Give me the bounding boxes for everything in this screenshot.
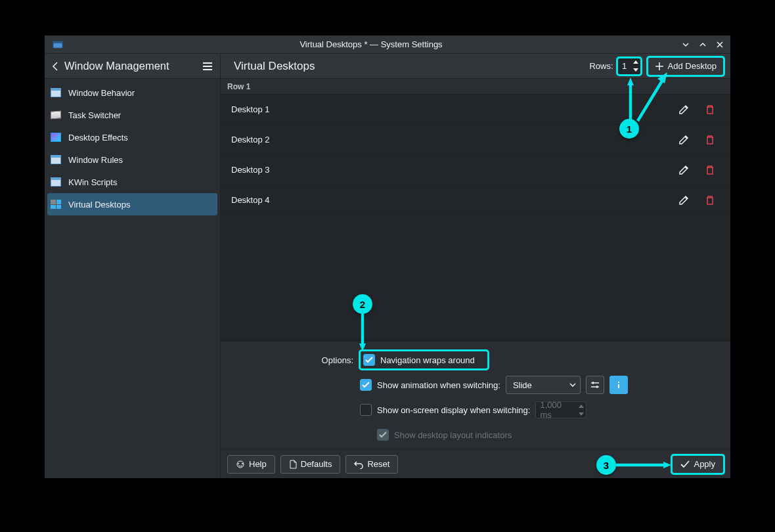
document-icon bbox=[289, 460, 297, 469]
show-osd-label: Show on-screen display when switching: bbox=[377, 405, 530, 415]
rename-button[interactable] bbox=[674, 160, 694, 180]
virtual-desktops-icon bbox=[50, 199, 62, 210]
close-button[interactable] bbox=[713, 38, 726, 51]
chevron-down-icon bbox=[569, 383, 576, 387]
rows-spinbox[interactable]: 1 bbox=[617, 58, 641, 75]
pencil-icon bbox=[678, 195, 689, 206]
rows-value: 1 bbox=[618, 61, 631, 71]
pencil-icon bbox=[678, 135, 689, 145]
help-icon bbox=[236, 460, 245, 469]
trash-icon bbox=[705, 135, 715, 145]
trash-icon bbox=[705, 195, 715, 206]
rename-button[interactable] bbox=[674, 190, 694, 210]
animation-info-button[interactable] bbox=[609, 376, 628, 394]
animation-select[interactable]: Slide bbox=[506, 376, 581, 394]
osd-duration-spinbox: 1,000 ms bbox=[535, 401, 587, 418]
configure-animation-button[interactable] bbox=[586, 376, 604, 394]
desktop-row[interactable]: Desktop 2 bbox=[221, 125, 730, 155]
delete-button[interactable] bbox=[700, 100, 720, 120]
window-title: Virtual Desktops * — System Settings bbox=[67, 39, 675, 49]
pencil-icon bbox=[678, 104, 689, 115]
kwin-scripts-icon bbox=[50, 177, 62, 187]
rows-down[interactable] bbox=[631, 66, 640, 74]
sidebar-item-window-behavior[interactable]: Window Behavior bbox=[45, 81, 220, 104]
apply-button[interactable]: Apply bbox=[672, 455, 724, 474]
plus-icon bbox=[655, 62, 664, 71]
nav-wraps-checkbox[interactable] bbox=[363, 354, 375, 366]
sidebar-item-desktop-effects[interactable]: Desktop Effects bbox=[45, 126, 220, 148]
sidebar: Window Behavior Task Switcher Desktop Ef… bbox=[45, 79, 221, 478]
breadcrumb[interactable]: Window Management bbox=[64, 60, 198, 72]
row-header: Row 1 bbox=[221, 79, 730, 95]
app-icon bbox=[53, 39, 63, 50]
svg-point-5 bbox=[238, 463, 239, 464]
sidebar-item-window-rules[interactable]: Window Rules bbox=[45, 148, 220, 171]
help-button[interactable]: Help bbox=[227, 455, 275, 474]
desktop-row[interactable]: Desktop 3 bbox=[221, 155, 730, 185]
options-label: Options: bbox=[227, 355, 353, 365]
sidebar-item-virtual-desktops[interactable]: Virtual Desktops bbox=[47, 193, 217, 215]
svg-point-6 bbox=[242, 463, 243, 464]
hamburger-menu[interactable] bbox=[198, 54, 217, 78]
add-desktop-button[interactable]: Add Desktop bbox=[648, 57, 724, 76]
rows-label: Rows: bbox=[589, 61, 613, 71]
desktop-row[interactable]: Desktop 4 bbox=[221, 185, 730, 215]
reset-button[interactable]: Reset bbox=[345, 455, 398, 474]
svg-rect-1 bbox=[53, 41, 62, 43]
task-switcher-icon bbox=[50, 110, 62, 120]
delete-button[interactable] bbox=[700, 190, 720, 210]
rows-up[interactable] bbox=[631, 58, 640, 66]
header: Window Management Virtual Desktops Rows:… bbox=[45, 54, 730, 79]
svg-rect-3 bbox=[618, 384, 619, 388]
desktop-row[interactable]: Desktop 1 bbox=[221, 95, 730, 125]
titlebar: Virtual Desktops * — System Settings bbox=[45, 35, 730, 54]
footer: Help Defaults Reset Apply bbox=[221, 449, 730, 478]
svg-rect-2 bbox=[618, 382, 619, 383]
minimize-button[interactable] bbox=[679, 38, 692, 51]
delete-button[interactable] bbox=[700, 130, 720, 150]
settings-window: Virtual Desktops * — System Settings Win… bbox=[44, 35, 731, 479]
content: Row 1 Desktop 1 Desktop 2 Desktop 3 bbox=[221, 79, 730, 478]
defaults-button[interactable]: Defaults bbox=[280, 455, 341, 474]
back-button[interactable] bbox=[47, 54, 64, 78]
show-anim-checkbox[interactable] bbox=[360, 379, 372, 391]
desktop-list: Row 1 Desktop 1 Desktop 2 Desktop 3 bbox=[221, 79, 730, 341]
show-layout-checkbox bbox=[377, 429, 389, 441]
trash-icon bbox=[705, 104, 715, 115]
nav-wraps-option[interactable]: Navigation wraps around bbox=[360, 351, 488, 369]
maximize-button[interactable] bbox=[696, 38, 709, 51]
window-behavior-icon bbox=[50, 87, 62, 98]
trash-icon bbox=[705, 165, 715, 175]
pencil-icon bbox=[678, 165, 689, 175]
sliders-icon bbox=[590, 380, 600, 389]
desktop-effects-icon bbox=[50, 132, 62, 143]
rename-button[interactable] bbox=[674, 100, 694, 120]
add-desktop-label: Add Desktop bbox=[668, 61, 717, 71]
window-rules-icon bbox=[50, 154, 62, 165]
options-panel: Options: Navigation wraps around Show an… bbox=[221, 341, 730, 449]
show-osd-checkbox[interactable] bbox=[360, 404, 372, 416]
info-icon bbox=[615, 381, 623, 389]
sidebar-item-kwin-scripts[interactable]: KWin Scripts bbox=[45, 171, 220, 193]
check-icon bbox=[680, 460, 690, 468]
rename-button[interactable] bbox=[674, 130, 694, 150]
page-title: Virtual Desktops bbox=[234, 60, 315, 73]
show-layout-label: Show desktop layout indicators bbox=[394, 430, 512, 440]
delete-button[interactable] bbox=[700, 160, 720, 180]
show-anim-label: Show animation when switching: bbox=[377, 380, 500, 390]
undo-icon bbox=[354, 460, 363, 469]
sidebar-item-task-switcher[interactable]: Task Switcher bbox=[45, 104, 220, 126]
